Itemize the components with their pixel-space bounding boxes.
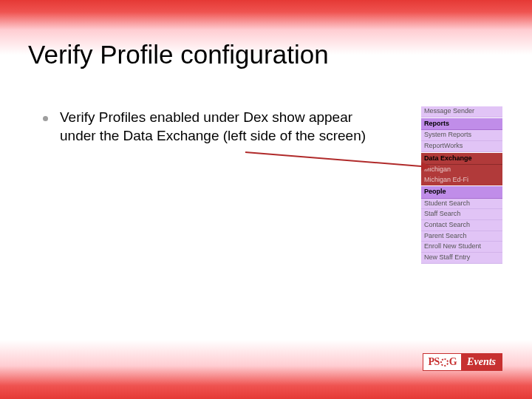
sidebar-item-label: New Staff Entry xyxy=(421,253,502,264)
bullet-text: Verify Profiles enabled under Dex show a… xyxy=(60,109,386,145)
sidebar-section-header: Reports xyxy=(421,117,502,131)
bullet-dot-icon xyxy=(43,116,48,121)
gear-icon xyxy=(440,358,449,366)
sidebar-section-header: People xyxy=(421,185,502,199)
psug-events-logo: PSG Events xyxy=(423,353,502,371)
sidebar-item-label: Student Search xyxy=(421,199,502,210)
logo-left: PSG xyxy=(423,354,461,370)
logo-g: G xyxy=(449,356,457,368)
sidebar-screenshot: Message Sender Reports System Reports Re… xyxy=(421,106,502,264)
logo-right: Events xyxy=(461,354,502,370)
sidebar-item-label: Michigan Ed-Fi xyxy=(421,175,502,185)
sidebar-item-label: Message Sender xyxy=(421,106,502,117)
slide-title: Verify Profile configuration xyxy=(28,40,329,69)
logo-ps: PS xyxy=(428,356,439,368)
sidebar-item-label: Staff Search xyxy=(421,209,502,220)
sidebar-item-label: Contact Search xyxy=(421,220,502,231)
sidebar-item-label: System Reports xyxy=(421,130,502,141)
sidebar-item-label: Parent Search xyxy=(421,231,502,242)
svg-line-0 xyxy=(245,152,430,167)
bullet-item: Verify Profiles enabled under Dex show a… xyxy=(43,109,386,145)
sidebar-item-label: Enroll New Student xyxy=(421,242,502,253)
arrow-icon xyxy=(244,149,436,174)
